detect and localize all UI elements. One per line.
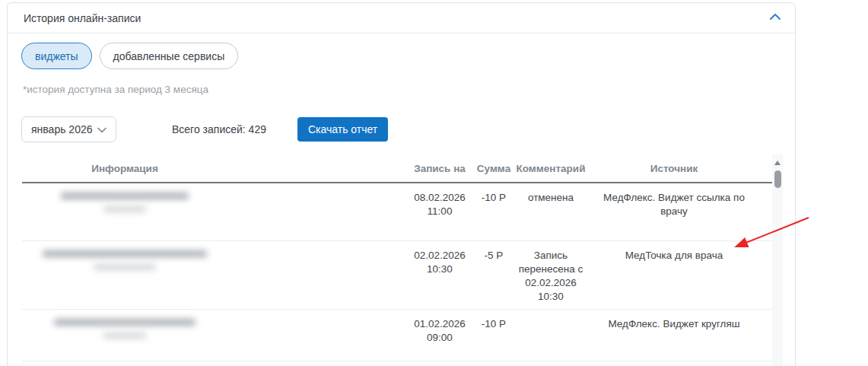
tab-widgets[interactable]: виджеты [21,43,92,69]
booked-time: 11:00 [406,205,473,218]
sum-cell: -5 Р [475,241,513,311]
booked-date: 02.02.2026 [406,249,473,263]
col-header-booked-at: Запись на [405,155,475,182]
booking-history-panel: История онлайн-записи виджеты добавленны… [7,2,796,366]
booked-time: 10:30 [406,263,473,276]
booked-time: 09:00 [406,331,473,345]
tab-added-services[interactable]: добавленные сервисы [100,43,239,69]
chevron-down-icon [97,123,107,135]
panel-title: История онлайн-записи [24,12,141,24]
redacted-patient-info [22,310,227,361]
table-scrollbar[interactable] [772,154,783,366]
tab-added-services-label: добавленные сервисы [113,50,225,62]
col-header-comment: Комментарий [513,155,589,182]
collapse-panel-button[interactable] [766,9,784,27]
table-row: 01.02.2026 09:00 -10 Р МедФлекс. Виджет … [22,310,772,361]
month-select-value: январь 2026 [31,123,93,135]
col-header-source: Источник [589,155,759,182]
download-report-button[interactable]: Скачать отчет [297,117,388,142]
month-select[interactable]: январь 2026 [21,116,116,142]
col-header-info: Информация [22,155,227,182]
history-period-note: *история доступна за период 3 месяца [23,84,208,95]
source-cell: МедФлекс. Виджет ссылка по врачу [589,183,759,240]
redacted-patient-info [22,183,227,240]
chevron-up-icon [769,12,781,24]
col-header-spacer [227,155,405,182]
comment-cell: отменена [513,183,589,240]
booked-at-cell: 08.02.2026 11:00 [405,183,475,240]
table-body: 08.02.2026 11:00 -10 Р отменена МедФлекс… [22,183,772,361]
redacted-text-bar [94,264,156,270]
table-header-row: Информация Запись на Сумма Комментарий И… [22,155,772,183]
tab-widgets-label: виджеты [35,50,78,62]
redacted-text-bar [43,250,207,257]
redacted-text-bar [103,206,146,212]
redacted-text-bar [54,319,196,326]
sum-cell: -10 Р [475,183,513,240]
sum-cell: -10 Р [475,310,513,361]
scroll-up-arrow-icon[interactable] [774,161,781,165]
col-header-sum: Сумма [475,155,513,182]
redacted-text-bar [103,333,146,339]
redacted-text-bar [61,193,189,199]
booked-at-cell: 02.02.2026 10:30 [405,241,475,311]
source-cell: МедТочка для врача [589,241,759,311]
filter-pills: виджеты добавленные сервисы [21,43,238,69]
booked-date: 01.02.2026 [406,317,473,331]
comment-cell [513,310,589,361]
redacted-patient-info [22,241,227,311]
controls-row: январь 2026 Всего записей: 429 Скачать о… [21,116,388,142]
booked-date: 08.02.2026 [406,191,473,205]
scrollbar-thumb[interactable] [774,170,781,188]
table-row: 02.02.2026 10:30 -5 Р Запись перенесена … [22,241,772,310]
total-records-label: Всего записей: 429 [172,123,266,135]
booked-at-cell: 01.02.2026 09:00 [405,310,475,361]
comment-cell: Запись перенесена с 02.02.2026 10:30 [513,241,589,311]
panel-header: История онлайн-записи [8,3,795,33]
history-table: Информация Запись на Сумма Комментарий И… [22,155,772,361]
table-row: 08.02.2026 11:00 -10 Р отменена МедФлекс… [22,183,772,241]
source-cell: МедФлекс. Виджет кругляш [589,310,759,361]
